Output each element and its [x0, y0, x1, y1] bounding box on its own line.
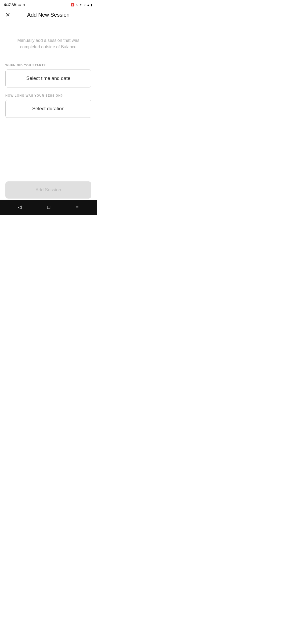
status-left: 9:17 AM ▭ ⊛: [4, 3, 25, 7]
accessibility-icon: ⊛: [23, 3, 25, 7]
video-camera-icon: ▭: [18, 3, 21, 7]
home-nav-icon[interactable]: □: [47, 204, 50, 210]
duration-picker[interactable]: Select duration: [5, 100, 91, 118]
duration-placeholder: Select duration: [32, 106, 64, 111]
battery-icon: ▮: [91, 3, 92, 7]
record-icon: ▶: [71, 3, 74, 6]
nav-bar: ◁ □ ≡: [0, 200, 97, 215]
status-time: 9:17 AM: [4, 3, 17, 7]
status-right: ▶ 🗝 ✦ ☽ ▲ ▮: [71, 3, 92, 7]
duration-section: HOW LONG WAS YOUR SESSION? Select durati…: [5, 94, 91, 118]
close-button[interactable]: ✕: [5, 12, 10, 18]
moon-icon: ☽: [83, 3, 86, 7]
header: ✕ Add New Session: [0, 9, 97, 21]
start-time-placeholder: Select time and date: [26, 76, 70, 81]
wifi-icon: ▲: [87, 3, 90, 6]
start-section-label: WHEN DID YOU START?: [5, 64, 91, 67]
back-nav-icon[interactable]: ◁: [18, 204, 22, 210]
page-title: Add New Session: [27, 12, 70, 18]
bluetooth-icon: ✦: [79, 3, 82, 7]
start-section: WHEN DID YOU START? Select time and date: [5, 64, 91, 87]
menu-nav-icon[interactable]: ≡: [76, 204, 79, 210]
add-session-label: Add Session: [35, 187, 61, 192]
add-session-button: Add Session: [5, 181, 91, 199]
start-time-picker[interactable]: Select time and date: [5, 69, 91, 87]
duration-section-label: HOW LONG WAS YOUR SESSION?: [5, 94, 91, 97]
subtitle-text: Manually add a session that was complete…: [8, 37, 89, 50]
main-content: Manually add a session that was complete…: [0, 21, 97, 118]
status-bar: 9:17 AM ▭ ⊛ ▶ 🗝 ✦ ☽ ▲ ▮: [0, 0, 97, 9]
key-icon: 🗝: [75, 3, 78, 6]
